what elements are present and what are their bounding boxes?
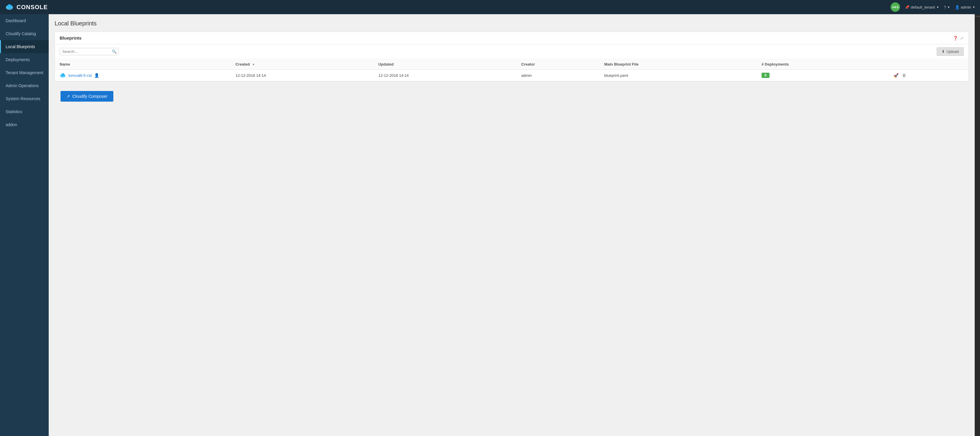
card-header-icons: ❓ ⤢	[953, 36, 964, 40]
col-header-main-file[interactable]: Main Blueprint File	[600, 59, 757, 70]
cell-created: 12-12-2018 14:14	[231, 70, 374, 81]
delete-action-icon[interactable]: 🗑	[902, 73, 906, 78]
blueprints-card: Blueprints ❓ ⤢ 🔍 ⬆ Upload	[55, 32, 969, 81]
app-body: Dashboard Cloudify Catalog Local Bluepri…	[0, 14, 980, 436]
col-header-name[interactable]: Name	[55, 59, 231, 70]
right-edge-text: 3S mM 2N	[975, 15, 979, 18]
table-row: tomcat8-5-cst 👤 12-12-2018 14:14 12-12-2…	[55, 70, 969, 81]
cell-creator: admin	[517, 70, 600, 81]
brand-logo: CONSOLE	[5, 2, 48, 12]
cell-name: tomcat8-5-cst 👤	[55, 70, 231, 81]
cell-updated: 12-12-2018 14:14	[374, 70, 517, 81]
user-menu[interactable]: 👤 admin ▼	[955, 5, 975, 10]
composer-button[interactable]: ↗ Cloudify Composer	[60, 91, 113, 102]
svg-point-7	[61, 73, 64, 76]
pin-icon: 📌	[905, 5, 910, 10]
cell-main-file: blueprint.yaml	[600, 70, 757, 81]
table-header-row: Name Created ▼ Updated Creator	[55, 59, 969, 70]
search-icon: 🔍	[112, 50, 116, 54]
card-title: Blueprints	[60, 35, 81, 40]
expand-icon[interactable]: ⤢	[960, 36, 964, 40]
sidebar-item-admin-operations[interactable]: Admin Operations	[0, 79, 49, 92]
main-content: Local Blueprints Blueprints ❓ ⤢ 🔍 ⬆ Uplo…	[49, 14, 975, 436]
blueprints-table-container: Name Created ▼ Updated Creator	[55, 59, 969, 81]
help-icon[interactable]: ❓	[953, 36, 958, 40]
cell-actions: 🚀 🗑	[889, 70, 969, 81]
tenant-selector[interactable]: 📌 default_tenant ▼	[905, 5, 939, 10]
blueprint-cloud-icon	[60, 73, 66, 78]
page-title: Local Blueprints	[55, 20, 969, 27]
col-header-created[interactable]: Created ▼	[231, 59, 374, 70]
card-header: Blueprints ❓ ⤢	[55, 32, 969, 44]
upload-button[interactable]: ⬆ Upload	[937, 47, 964, 56]
sort-icon-created: ▼	[252, 63, 255, 66]
card-toolbar: 🔍 ⬆ Upload	[55, 44, 969, 59]
right-edge-panel: 3S mM 2N	[975, 14, 980, 436]
cell-deployments: 0	[757, 70, 889, 81]
caret-down-icon-help: ▼	[947, 6, 950, 9]
blueprints-table: Name Created ▼ Updated Creator	[55, 59, 969, 81]
user-indicator-icon: 👤	[94, 73, 99, 78]
deploy-action-icon[interactable]: 🚀	[894, 73, 899, 78]
deployments-badge: 0	[762, 73, 770, 78]
navbar-right: v4.5 📌 default_tenant ▼ ? ▼ 👤 admin ▼	[891, 2, 975, 12]
col-header-deployments[interactable]: # Deployments	[757, 59, 889, 70]
version-badge: v4.5	[891, 2, 900, 12]
svg-point-3	[7, 4, 11, 8]
app-title: CONSOLE	[16, 4, 48, 11]
col-header-creator[interactable]: Creator	[517, 59, 600, 70]
col-header-updated[interactable]: Updated	[374, 59, 517, 70]
blueprint-name-link[interactable]: tomcat8-5-cst	[68, 73, 92, 78]
sidebar-item-addon[interactable]: addon	[0, 118, 49, 131]
help-menu[interactable]: ? ▼	[944, 5, 950, 10]
sidebar: Dashboard Cloudify Catalog Local Bluepri…	[0, 14, 49, 436]
external-link-icon: ↗	[67, 94, 70, 99]
search-input[interactable]	[62, 50, 112, 54]
sidebar-item-cloudify-catalog[interactable]: Cloudify Catalog	[0, 27, 49, 40]
user-icon-nav: 👤	[955, 5, 959, 10]
navbar: CONSOLE v4.5 📌 default_tenant ▼ ? ▼ 👤 ad…	[0, 0, 980, 14]
sidebar-item-system-resources[interactable]: System Resources	[0, 92, 49, 105]
bottom-bar: ↗ Cloudify Composer	[55, 86, 969, 106]
col-header-actions	[889, 59, 969, 70]
caret-down-icon-user: ▼	[972, 6, 975, 9]
cloud-logo-icon	[5, 2, 14, 12]
sidebar-item-tenant-management[interactable]: Tenant Management	[0, 66, 49, 79]
caret-down-icon: ▼	[936, 6, 939, 9]
search-box: 🔍	[60, 48, 119, 55]
sidebar-item-dashboard[interactable]: Dashboard	[0, 14, 49, 27]
sidebar-item-local-blueprints[interactable]: Local Blueprints	[0, 40, 49, 53]
upload-icon: ⬆	[942, 50, 945, 54]
sidebar-item-deployments[interactable]: Deployments	[0, 53, 49, 66]
sidebar-item-statistics[interactable]: Statistics	[0, 105, 49, 118]
